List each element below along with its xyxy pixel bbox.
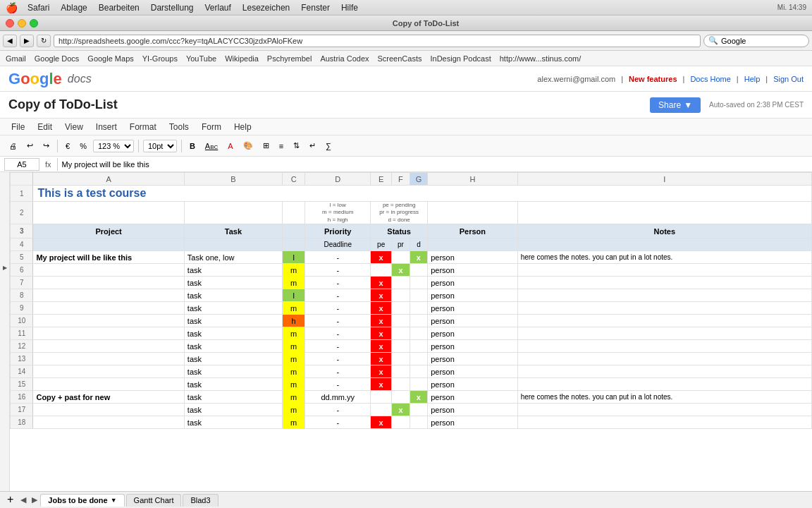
cell-i10[interactable] bbox=[517, 315, 811, 327]
cell-f9[interactable] bbox=[392, 302, 410, 315]
cell-d15[interactable]: - bbox=[305, 378, 371, 391]
cell-a12[interactable] bbox=[33, 340, 184, 353]
cell-a8[interactable] bbox=[33, 289, 184, 302]
cell-a16[interactable]: Copy + past for new bbox=[33, 391, 184, 404]
wrap-button[interactable]: ↵ bbox=[306, 139, 319, 152]
cell-c11[interactable]: m bbox=[282, 327, 304, 340]
cell-e14[interactable]: x bbox=[371, 365, 392, 378]
new-features-link[interactable]: New features bbox=[629, 75, 677, 83]
cell-i16[interactable]: here comes the notes. you can put in a l… bbox=[517, 391, 811, 404]
cell-g18[interactable] bbox=[410, 416, 427, 429]
cell-g9[interactable] bbox=[410, 302, 427, 315]
safari-menu[interactable]: Safari bbox=[22, 1, 55, 14]
cell-c6[interactable]: m bbox=[282, 264, 304, 277]
verlauf-menu[interactable]: Verlauf bbox=[199, 1, 236, 14]
cell-d11[interactable]: - bbox=[305, 327, 371, 340]
cell-i7[interactable] bbox=[517, 277, 811, 289]
close-button[interactable] bbox=[6, 19, 14, 28]
cell-i9[interactable] bbox=[517, 302, 811, 315]
cell-i13[interactable] bbox=[517, 353, 811, 365]
sign-out-link[interactable]: Sign Out bbox=[773, 75, 804, 83]
cell-f14[interactable] bbox=[392, 365, 410, 378]
cell-d3[interactable]: Priority bbox=[305, 224, 371, 238]
font-color-button[interactable]: A bbox=[224, 140, 236, 152]
sheet-tab-gantt[interactable]: Gantt Chart bbox=[126, 494, 182, 507]
bookmark-wikipedia[interactable]: Wikipedia bbox=[225, 54, 259, 63]
cell-e9[interactable]: x bbox=[371, 302, 392, 315]
help-menu[interactable]: Help bbox=[228, 121, 257, 133]
bookmark-screencasts[interactable]: ScreenCasts bbox=[378, 54, 422, 63]
forward-button[interactable]: ▶ bbox=[20, 35, 34, 47]
cell-f7[interactable] bbox=[392, 277, 410, 289]
cell-g12[interactable] bbox=[410, 340, 427, 353]
cell-d12[interactable]: - bbox=[305, 340, 371, 353]
cell-i17[interactable] bbox=[517, 404, 811, 416]
cell-a14[interactable] bbox=[33, 365, 184, 378]
cell-h15[interactable]: person bbox=[428, 378, 517, 391]
cell-e5[interactable]: x bbox=[371, 251, 392, 264]
cell-b6[interactable]: task bbox=[184, 264, 282, 277]
cell-a15[interactable] bbox=[33, 378, 184, 391]
cell-g7[interactable] bbox=[410, 277, 427, 289]
cell-g14[interactable] bbox=[410, 365, 427, 378]
cell-h17[interactable]: person bbox=[428, 404, 517, 416]
fenster-menu[interactable]: Fenster bbox=[295, 1, 336, 14]
redo-button[interactable]: ↪ bbox=[39, 139, 53, 152]
col-header-i[interactable]: I bbox=[517, 173, 811, 186]
cell-b2[interactable] bbox=[184, 202, 282, 224]
bookmark-gdocs[interactable]: Google Docs bbox=[35, 54, 80, 63]
cell-h4[interactable] bbox=[428, 238, 517, 251]
cell-f18[interactable] bbox=[392, 416, 410, 429]
cell-f6[interactable]: x bbox=[392, 264, 410, 277]
undo-button[interactable]: ↩ bbox=[23, 139, 37, 152]
cell-a11[interactable] bbox=[33, 327, 184, 340]
sheet-scroll-right[interactable]: ▶ bbox=[29, 495, 40, 504]
cell-b3[interactable]: Task bbox=[184, 224, 282, 238]
cell-e2[interactable]: pe = pendingpr = in progressd = done bbox=[371, 202, 428, 224]
sheet-tab-jobs[interactable]: Jobs to be done ▼ bbox=[40, 494, 124, 507]
cell-a18[interactable] bbox=[33, 416, 184, 429]
cell-g5[interactable]: x bbox=[410, 251, 427, 264]
cell-h18[interactable]: person bbox=[428, 416, 517, 429]
cell-g13[interactable] bbox=[410, 353, 427, 365]
cell-b12[interactable]: task bbox=[184, 340, 282, 353]
cell-g4[interactable]: d bbox=[410, 238, 427, 251]
file-menu[interactable]: File bbox=[6, 121, 30, 133]
cell-d16[interactable]: dd.mm.yy bbox=[305, 391, 371, 404]
cell-c4[interactable] bbox=[282, 238, 304, 251]
cell-f13[interactable] bbox=[392, 353, 410, 365]
cell-e15[interactable]: x bbox=[371, 378, 392, 391]
col-header-c[interactable]: C bbox=[282, 173, 304, 186]
cell-d10[interactable]: - bbox=[305, 315, 371, 327]
bookmark-stinus[interactable]: http://www...stinus.com/ bbox=[500, 54, 582, 63]
cell-b16[interactable]: task bbox=[184, 391, 282, 404]
cell-h11[interactable]: person bbox=[428, 327, 517, 340]
cell-h2[interactable] bbox=[428, 202, 517, 224]
cell-d8[interactable]: - bbox=[305, 289, 371, 302]
sheet-dropdown-icon[interactable]: ▼ bbox=[111, 497, 117, 504]
bookmark-pschyrembel[interactable]: Pschyrembel bbox=[267, 54, 312, 63]
bookmark-austria[interactable]: Austria Codex bbox=[320, 54, 369, 63]
cell-e3[interactable]: Status bbox=[371, 224, 428, 238]
cell-g15[interactable] bbox=[410, 378, 427, 391]
cell-h5[interactable]: person bbox=[428, 251, 517, 264]
cell-f5[interactable] bbox=[392, 251, 410, 264]
cell-c10[interactable]: h bbox=[282, 315, 304, 327]
cell-d14[interactable]: - bbox=[305, 365, 371, 378]
cell-a5[interactable]: My project will be like this bbox=[33, 251, 184, 264]
cell-b18[interactable]: task bbox=[184, 416, 282, 429]
cell-i5[interactable]: here comes the notes. you can put in a l… bbox=[517, 251, 811, 264]
percent-button[interactable]: % bbox=[76, 140, 90, 152]
cell-i15[interactable] bbox=[517, 378, 811, 391]
back-button[interactable]: ◀ bbox=[3, 35, 17, 47]
apple-icon[interactable]: 🍎 bbox=[6, 2, 18, 13]
cell-i6[interactable] bbox=[517, 264, 811, 277]
cell-e16[interactable] bbox=[371, 391, 392, 404]
cell-b4[interactable] bbox=[184, 238, 282, 251]
cell-i14[interactable] bbox=[517, 365, 811, 378]
cell-c13[interactable]: m bbox=[282, 353, 304, 365]
col-header-d[interactable]: D bbox=[305, 173, 371, 186]
cell-g8[interactable] bbox=[410, 289, 427, 302]
cell-a4[interactable] bbox=[33, 238, 184, 251]
cell-e18[interactable]: x bbox=[371, 416, 392, 429]
